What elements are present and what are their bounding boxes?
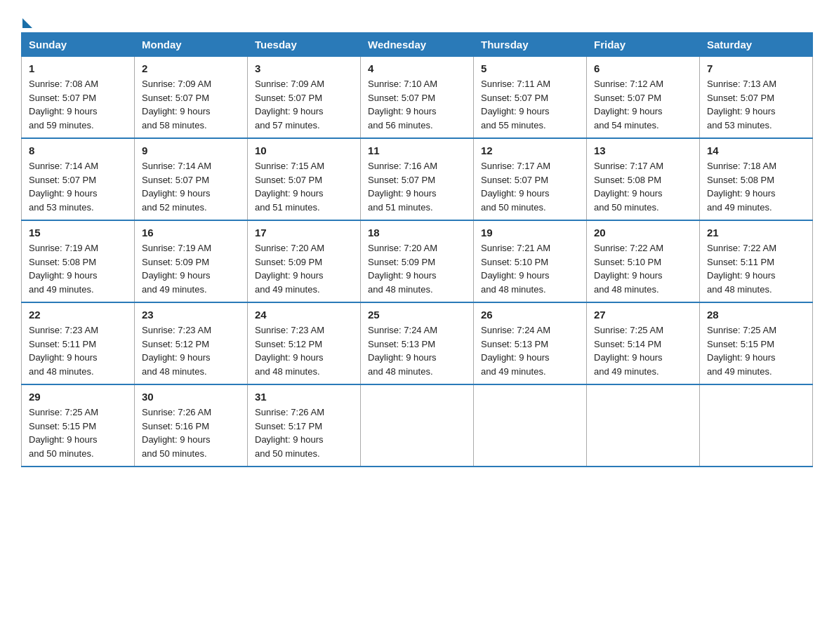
day-number: 7: [707, 62, 805, 74]
day-info: Sunrise: 7:23 AMSunset: 5:11 PMDaylight:…: [29, 325, 98, 377]
day-info: Sunrise: 7:17 AMSunset: 5:07 PMDaylight:…: [481, 161, 550, 213]
day-number: 23: [142, 309, 240, 321]
logo: [21, 14, 32, 25]
week-row-5: 29Sunrise: 7:25 AMSunset: 5:15 PMDayligh…: [22, 384, 813, 467]
calendar-cell: [587, 384, 700, 467]
day-number: 11: [368, 145, 466, 156]
day-number: 9: [142, 145, 240, 156]
calendar-cell: 12Sunrise: 7:17 AMSunset: 5:07 PMDayligh…: [474, 138, 587, 220]
calendar-cell: 11Sunrise: 7:16 AMSunset: 5:07 PMDayligh…: [361, 138, 474, 220]
day-number: 12: [481, 145, 579, 156]
day-info: Sunrise: 7:12 AMSunset: 5:07 PMDaylight:…: [594, 79, 663, 130]
calendar-cell: 5Sunrise: 7:11 AMSunset: 5:07 PMDaylight…: [474, 57, 587, 139]
week-row-1: 1Sunrise: 7:08 AMSunset: 5:07 PMDaylight…: [22, 57, 813, 139]
week-row-2: 8Sunrise: 7:14 AMSunset: 5:07 PMDaylight…: [22, 138, 813, 220]
day-info: Sunrise: 7:25 AMSunset: 5:15 PMDaylight:…: [29, 407, 98, 459]
calendar-cell: 9Sunrise: 7:14 AMSunset: 5:07 PMDaylight…: [135, 138, 248, 220]
day-info: Sunrise: 7:23 AMSunset: 5:12 PMDaylight:…: [255, 325, 324, 377]
day-info: Sunrise: 7:24 AMSunset: 5:13 PMDaylight:…: [368, 325, 437, 377]
calendar-cell: 22Sunrise: 7:23 AMSunset: 5:11 PMDayligh…: [22, 302, 135, 384]
day-number: 27: [594, 309, 692, 321]
calendar-cell: 15Sunrise: 7:19 AMSunset: 5:08 PMDayligh…: [22, 220, 135, 302]
week-row-3: 15Sunrise: 7:19 AMSunset: 5:08 PMDayligh…: [22, 220, 813, 302]
day-info: Sunrise: 7:09 AMSunset: 5:07 PMDaylight:…: [142, 79, 211, 130]
day-info: Sunrise: 7:09 AMSunset: 5:07 PMDaylight:…: [255, 79, 324, 130]
day-number: 21: [707, 227, 805, 239]
calendar-cell: 26Sunrise: 7:24 AMSunset: 5:13 PMDayligh…: [474, 302, 587, 384]
calendar-cell: 18Sunrise: 7:20 AMSunset: 5:09 PMDayligh…: [361, 220, 474, 302]
page-header: [21, 14, 813, 25]
day-info: Sunrise: 7:19 AMSunset: 5:08 PMDaylight:…: [29, 243, 98, 295]
calendar-cell: 16Sunrise: 7:19 AMSunset: 5:09 PMDayligh…: [135, 220, 248, 302]
day-info: Sunrise: 7:23 AMSunset: 5:12 PMDaylight:…: [142, 325, 211, 377]
day-info: Sunrise: 7:25 AMSunset: 5:15 PMDaylight:…: [707, 325, 776, 377]
day-info: Sunrise: 7:24 AMSunset: 5:13 PMDaylight:…: [481, 325, 550, 377]
day-number: 18: [368, 227, 466, 239]
day-number: 25: [368, 309, 466, 321]
day-info: Sunrise: 7:21 AMSunset: 5:10 PMDaylight:…: [481, 243, 550, 295]
day-number: 30: [142, 391, 240, 403]
calendar-cell: 24Sunrise: 7:23 AMSunset: 5:12 PMDayligh…: [248, 302, 361, 384]
day-info: Sunrise: 7:16 AMSunset: 5:07 PMDaylight:…: [368, 161, 437, 213]
day-info: Sunrise: 7:11 AMSunset: 5:07 PMDaylight:…: [481, 79, 550, 130]
header-friday: Friday: [587, 33, 700, 57]
day-number: 13: [594, 145, 692, 156]
day-number: 14: [707, 145, 805, 156]
header-thursday: Thursday: [474, 33, 587, 57]
day-number: 28: [707, 309, 805, 321]
day-info: Sunrise: 7:22 AMSunset: 5:10 PMDaylight:…: [594, 243, 663, 295]
day-info: Sunrise: 7:13 AMSunset: 5:07 PMDaylight:…: [707, 79, 776, 130]
header-saturday: Saturday: [700, 33, 813, 57]
calendar-cell: 4Sunrise: 7:10 AMSunset: 5:07 PMDaylight…: [361, 57, 474, 139]
calendar-cell: 29Sunrise: 7:25 AMSunset: 5:15 PMDayligh…: [22, 384, 135, 467]
day-info: Sunrise: 7:19 AMSunset: 5:09 PMDaylight:…: [142, 243, 211, 295]
calendar-cell: 27Sunrise: 7:25 AMSunset: 5:14 PMDayligh…: [587, 302, 700, 384]
calendar-cell: 8Sunrise: 7:14 AMSunset: 5:07 PMDaylight…: [22, 138, 135, 220]
day-number: 15: [29, 227, 127, 239]
calendar-cell: 2Sunrise: 7:09 AMSunset: 5:07 PMDaylight…: [135, 57, 248, 139]
day-number: 22: [29, 309, 127, 321]
calendar-header-row: SundayMondayTuesdayWednesdayThursdayFrid…: [22, 33, 813, 57]
logo-arrow-icon: [22, 18, 32, 28]
day-number: 6: [594, 62, 692, 74]
day-info: Sunrise: 7:20 AMSunset: 5:09 PMDaylight:…: [255, 243, 324, 295]
calendar-cell: [700, 384, 813, 467]
calendar-cell: 20Sunrise: 7:22 AMSunset: 5:10 PMDayligh…: [587, 220, 700, 302]
day-info: Sunrise: 7:08 AMSunset: 5:07 PMDaylight:…: [29, 79, 98, 130]
calendar-cell: 23Sunrise: 7:23 AMSunset: 5:12 PMDayligh…: [135, 302, 248, 384]
calendar-cell: 17Sunrise: 7:20 AMSunset: 5:09 PMDayligh…: [248, 220, 361, 302]
calendar-cell: 7Sunrise: 7:13 AMSunset: 5:07 PMDaylight…: [700, 57, 813, 139]
day-number: 26: [481, 309, 579, 321]
header-wednesday: Wednesday: [361, 33, 474, 57]
header-sunday: Sunday: [22, 33, 135, 57]
week-row-4: 22Sunrise: 7:23 AMSunset: 5:11 PMDayligh…: [22, 302, 813, 384]
day-number: 10: [255, 145, 353, 156]
calendar-cell: [361, 384, 474, 467]
day-number: 20: [594, 227, 692, 239]
day-number: 24: [255, 309, 353, 321]
day-info: Sunrise: 7:26 AMSunset: 5:16 PMDaylight:…: [142, 407, 211, 459]
day-info: Sunrise: 7:14 AMSunset: 5:07 PMDaylight:…: [29, 161, 98, 213]
calendar-table: SundayMondayTuesdayWednesdayThursdayFrid…: [21, 32, 813, 467]
day-number: 5: [481, 62, 579, 74]
calendar-cell: 3Sunrise: 7:09 AMSunset: 5:07 PMDaylight…: [248, 57, 361, 139]
calendar-cell: 30Sunrise: 7:26 AMSunset: 5:16 PMDayligh…: [135, 384, 248, 467]
day-number: 2: [142, 62, 240, 74]
day-number: 16: [142, 227, 240, 239]
header-tuesday: Tuesday: [248, 33, 361, 57]
day-number: 31: [255, 391, 353, 403]
calendar-cell: 10Sunrise: 7:15 AMSunset: 5:07 PMDayligh…: [248, 138, 361, 220]
calendar-cell: 14Sunrise: 7:18 AMSunset: 5:08 PMDayligh…: [700, 138, 813, 220]
calendar-cell: 21Sunrise: 7:22 AMSunset: 5:11 PMDayligh…: [700, 220, 813, 302]
day-number: 1: [29, 62, 127, 74]
day-info: Sunrise: 7:10 AMSunset: 5:07 PMDaylight:…: [368, 79, 437, 130]
day-number: 29: [29, 391, 127, 403]
day-info: Sunrise: 7:14 AMSunset: 5:07 PMDaylight:…: [142, 161, 211, 213]
day-info: Sunrise: 7:15 AMSunset: 5:07 PMDaylight:…: [255, 161, 324, 213]
day-info: Sunrise: 7:26 AMSunset: 5:17 PMDaylight:…: [255, 407, 324, 459]
calendar-cell: 28Sunrise: 7:25 AMSunset: 5:15 PMDayligh…: [700, 302, 813, 384]
calendar-cell: [474, 384, 587, 467]
day-number: 17: [255, 227, 353, 239]
calendar-cell: 19Sunrise: 7:21 AMSunset: 5:10 PMDayligh…: [474, 220, 587, 302]
day-number: 8: [29, 145, 127, 156]
